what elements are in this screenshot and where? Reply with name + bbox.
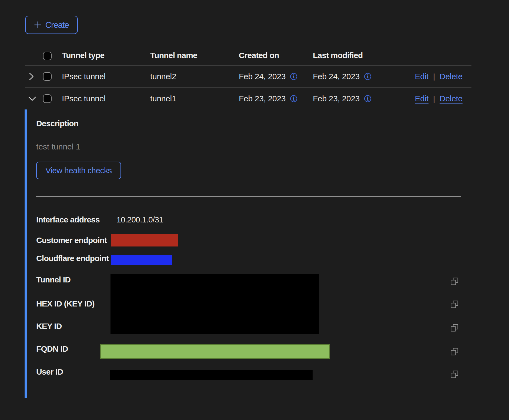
table-row-tunnel1: IPsec tunnel tunnel1 Feb 23, 2023 Feb 23…	[25, 88, 471, 109]
cell-tunnel-name: tunnel1	[150, 94, 239, 103]
header-checkbox-cell	[43, 51, 62, 60]
description-label: Description	[36, 119, 78, 128]
checkbox-cell	[43, 94, 62, 103]
header-last-modified: Last modified	[313, 51, 400, 60]
cloudflare-endpoint-redacted-value	[111, 255, 172, 265]
delete-link[interactable]: Delete	[440, 94, 463, 103]
header-tunnel-name: Tunnel name	[150, 51, 239, 60]
hex-id-label: HEX ID (KEY ID)	[36, 299, 95, 309]
page: { "toolbar": { "create_label": "Create" …	[0, 0, 509, 420]
copy-hex-id-button[interactable]	[451, 301, 458, 308]
cell-created-on: Feb 23, 2023	[239, 94, 286, 103]
copy-user-id-button[interactable]	[451, 371, 458, 378]
row-checkbox[interactable]	[43, 72, 52, 81]
last-modified-cell: Feb 23, 2023	[313, 94, 400, 103]
cell-tunnel-type: IPsec tunnel	[62, 72, 150, 81]
table-header-row: Tunnel type Tunnel name Created on Last …	[25, 51, 471, 66]
cell-tunnel-name: tunnel2	[150, 72, 239, 81]
copy-tunnel-id-button[interactable]	[451, 278, 458, 285]
info-icon	[364, 73, 371, 80]
actions-separator: |	[433, 72, 435, 81]
interface-address-label: Interface address	[36, 215, 100, 225]
copy-icon	[451, 301, 458, 308]
info-icon	[364, 95, 371, 102]
collapse-row-button[interactable]	[27, 95, 36, 103]
chevron-down-icon	[28, 95, 36, 103]
user-id-redacted-value	[110, 370, 313, 380]
header-created-on: Created on	[239, 51, 313, 60]
actions-cell: Edit | Delete	[400, 94, 471, 103]
panel-content: Description test tunnel 1 View health ch…	[25, 109, 471, 398]
cell-tunnel-type: IPsec tunnel	[62, 94, 150, 103]
expand-row-button[interactable]	[27, 72, 35, 81]
tunnel-detail-panel: Description test tunnel 1 View health ch…	[25, 109, 471, 398]
copy-icon	[451, 371, 458, 378]
copy-icon	[451, 278, 458, 285]
table-row-tunnel2: IPsec tunnel tunnel2 Feb 24, 2023 Feb 24…	[25, 66, 471, 88]
tunnel-id-label: Tunnel ID	[36, 275, 71, 285]
info-icon	[290, 95, 297, 102]
create-button-label: Create	[45, 20, 69, 30]
created-on-cell: Feb 23, 2023	[239, 94, 313, 103]
detail-divider	[36, 196, 461, 197]
copy-fqdn-id-button[interactable]	[451, 348, 458, 355]
customer-endpoint-redacted-value	[111, 234, 178, 246]
created-on-cell: Feb 24, 2023	[239, 72, 313, 81]
key-id-label: KEY ID	[36, 321, 62, 331]
plus-icon	[34, 21, 42, 29]
header-tunnel-type: Tunnel type	[62, 51, 150, 60]
user-id-label: User ID	[36, 367, 63, 377]
expander-cell	[25, 72, 43, 81]
create-button[interactable]: Create	[25, 16, 78, 34]
fqdn-id-redacted-value	[100, 344, 330, 359]
description-value: test tunnel 1	[36, 142, 80, 152]
actions-separator: |	[433, 94, 435, 103]
cell-last-modified: Feb 24, 2023	[313, 72, 360, 81]
chevron-right-icon	[27, 72, 35, 81]
cell-created-on: Feb 24, 2023	[239, 72, 286, 81]
tunnels-table: Tunnel type Tunnel name Created on Last …	[25, 51, 471, 109]
customer-endpoint-label: Customer endpoint	[36, 235, 107, 245]
expander-cell	[25, 95, 43, 103]
created-info-button[interactable]	[290, 95, 297, 102]
copy-icon	[451, 324, 458, 332]
cloudflare-endpoint-label: Cloudflare endpoint	[36, 254, 109, 263]
fqdn-id-label: FQDN ID	[36, 344, 68, 354]
edit-link[interactable]: Edit	[415, 94, 429, 103]
copy-key-id-button[interactable]	[451, 324, 458, 332]
modified-info-button[interactable]	[364, 95, 371, 102]
modified-info-button[interactable]	[364, 73, 371, 80]
select-all-checkbox[interactable]	[43, 52, 52, 60]
actions-cell: Edit | Delete	[400, 72, 471, 81]
copy-icon	[451, 348, 458, 355]
row-checkbox[interactable]	[43, 94, 52, 103]
created-info-button[interactable]	[290, 73, 297, 80]
info-icon	[290, 73, 297, 80]
delete-link[interactable]: Delete	[440, 72, 463, 81]
checkbox-cell	[43, 72, 62, 81]
edit-link[interactable]: Edit	[415, 72, 429, 81]
interface-address-value: 10.200.1.0/31	[116, 215, 163, 225]
last-modified-cell: Feb 24, 2023	[313, 72, 400, 81]
view-health-checks-button[interactable]: View health checks	[36, 162, 121, 179]
ids-redacted-value	[110, 274, 319, 334]
cell-last-modified: Feb 23, 2023	[313, 94, 360, 103]
